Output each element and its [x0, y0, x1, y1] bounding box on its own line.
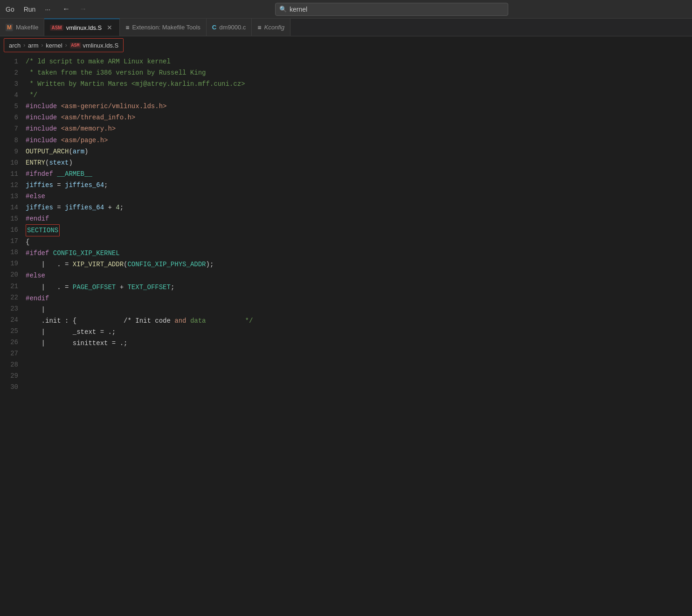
highlighted-token: SECTIONS	[26, 224, 60, 236]
line-number-20: 20	[5, 269, 18, 280]
code-container: 1234567891011121314151617181920212223242…	[0, 54, 692, 616]
line-number-5: 5	[5, 101, 18, 112]
line-number-6: 6	[5, 112, 18, 123]
code-token: CONFIG_XIP_KERNEL	[49, 249, 119, 257]
title-bar: Go Run ··· ← → 🔍 kernel	[0, 0, 692, 19]
line-number-1: 1	[5, 56, 18, 67]
tab-extension[interactable]: ≡ Extension: Makefile Tools	[120, 19, 207, 36]
breadcrumb-file-icon: ASM	[70, 42, 81, 48]
menu-bar: Go Run ···	[6, 6, 50, 13]
code-token: | . =	[26, 284, 73, 291]
code-token: | _stext = .;	[26, 328, 116, 336]
tab-vmlinux[interactable]: ASM vmlinux.lds.S ✕	[44, 19, 120, 36]
code-token: CONFIG_XIP_PHYS_ADDR	[127, 261, 206, 268]
code-token: XIP_VIRT_ADDR	[73, 261, 124, 268]
code-line-11: OUTPUT_ARCH(arm)	[26, 146, 683, 157]
tab-dm9000[interactable]: C dm9000.c	[207, 19, 252, 36]
code-token: <asm/page.h>	[61, 137, 108, 144]
code-token: stext	[49, 159, 69, 166]
menu-go[interactable]: Go	[6, 6, 14, 13]
code-token: jiffies_64	[65, 204, 104, 211]
line-number-16: 16	[5, 224, 18, 235]
breadcrumb-kernel[interactable]: kernel	[46, 42, 62, 49]
code-token: )	[69, 159, 72, 166]
code-token: #else	[26, 272, 45, 279]
code-token: =	[53, 204, 65, 211]
tab-makefile[interactable]: M Makefile	[0, 19, 44, 36]
vmlinux-asm-icon: ASM	[50, 25, 63, 31]
code-token: * taken from the i386 version by Russell…	[26, 69, 206, 76]
code-line-9: #include <asm/page.h>	[26, 135, 683, 146]
code-line-18: #endif	[26, 213, 683, 224]
nav-forward-button[interactable]: →	[76, 3, 90, 16]
tab-extension-label: Extension: Makefile Tools	[132, 24, 200, 31]
code-token: #include	[26, 137, 57, 144]
tab-vmlinux-close[interactable]: ✕	[105, 23, 114, 32]
code-line-20: SECTIONS	[26, 224, 683, 236]
tab-makefile-label: Makefile	[16, 24, 38, 31]
line-number-15: 15	[5, 213, 18, 224]
search-icon: 🔍	[279, 6, 287, 13]
code-token: 4	[116, 204, 119, 211]
token-and: and	[174, 317, 186, 325]
tab-kconfig[interactable]: ≡ Kconfig	[252, 19, 291, 36]
breadcrumb-arch[interactable]: arch	[9, 42, 21, 49]
code-line-26: #endif	[26, 293, 683, 304]
code-token: #include	[26, 103, 57, 110]
code-token	[57, 103, 61, 110]
line-number-30: 30	[5, 381, 18, 393]
tab-bar: M Makefile ASM vmlinux.lds.S ✕ ≡ Extensi…	[0, 19, 692, 36]
breadcrumb: arch › arm › kernel › ASM vmlinux.lds.S	[4, 38, 124, 52]
menu-more[interactable]: ···	[45, 6, 50, 13]
code-token: | . =	[26, 261, 73, 268]
tab-kconfig-label: Kconfig	[264, 24, 284, 31]
breadcrumb-file[interactable]: vmlinux.lds.S	[83, 42, 119, 49]
code-token: <asm/thread_info.h>	[61, 114, 136, 121]
code-line-28: .init : { /* Init code and data */	[26, 315, 683, 326]
dm9000-c-icon: C	[212, 24, 216, 31]
code-content[interactable]: /* ld script to make ARM Linux kernel * …	[26, 56, 692, 616]
breadcrumb-arm[interactable]: arm	[28, 42, 38, 49]
code-line-8: #include <asm/memory.h>	[26, 123, 683, 134]
line-number-11: 11	[5, 168, 18, 180]
code-token	[57, 137, 61, 144]
line-number-14: 14	[5, 202, 18, 213]
kconfig-icon: ≡	[257, 24, 261, 31]
code-token: ;	[171, 284, 174, 291]
code-token: #else	[26, 193, 45, 200]
line-number-7: 7	[5, 123, 18, 134]
line-number-23: 23	[5, 303, 18, 314]
code-line-16: #else	[26, 191, 683, 202]
code-token: +	[104, 204, 116, 211]
code-token: ENTRY	[26, 159, 45, 166]
makefile-icon: M	[6, 24, 13, 31]
code-token: /* ld script to make ARM Linux kernel	[26, 58, 171, 65]
code-token: #endif	[26, 215, 49, 222]
code-token: jiffies	[26, 181, 53, 189]
tab-vmlinux-label: vmlinux.lds.S	[66, 24, 102, 31]
code-line-25: | . = PAGE_OFFSET + TEXT_OFFSET;	[26, 282, 683, 293]
line-number-22: 22	[5, 292, 18, 303]
code-line-22: #ifdef CONFIG_XIP_KERNEL	[26, 248, 683, 259]
code-token: */	[26, 91, 37, 99]
line-number-8: 8	[5, 135, 18, 146]
line-number-2: 2	[5, 67, 18, 78]
code-line-30: | sinittext = .;	[26, 338, 683, 349]
code-token	[57, 114, 61, 121]
tab-dm9000-label: dm9000.c	[219, 24, 246, 31]
code-line-27: |	[26, 304, 683, 315]
code-token	[57, 125, 61, 132]
menu-run[interactable]: Run	[24, 6, 36, 13]
line-number-3: 3	[5, 78, 18, 90]
search-bar[interactable]: 🔍 kernel	[275, 3, 508, 16]
extension-icon: ≡	[125, 24, 129, 31]
code-token: #include	[26, 125, 57, 132]
code-token: (	[69, 148, 72, 155]
line-number-29: 29	[5, 370, 18, 381]
code-token: OUTPUT_ARCH	[26, 148, 69, 155]
line-number-25: 25	[5, 325, 18, 337]
search-value: kernel	[290, 6, 307, 13]
code-token: {	[26, 238, 29, 246]
code-token: .init : { /* Init code	[26, 317, 174, 325]
nav-back-button[interactable]: ←	[60, 3, 73, 16]
